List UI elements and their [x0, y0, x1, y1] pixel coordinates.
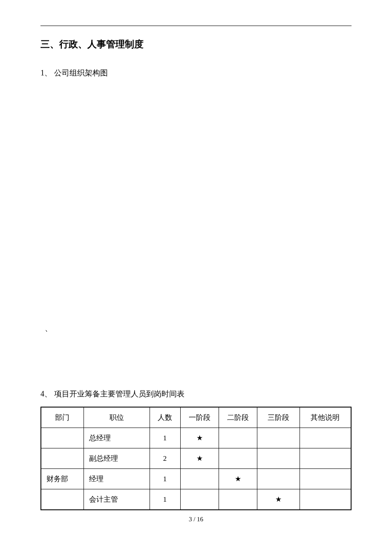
cell-phase1: ★ — [180, 448, 219, 469]
table-row: 会计主管 1 ★ — [41, 489, 351, 510]
cell-phase1 — [180, 489, 219, 510]
cell-count: 1 — [150, 428, 180, 448]
main-heading: 三、行政、人事管理制度 — [40, 38, 352, 51]
document-page: 三、行政、人事管理制度 1、 公司组织架构图 、 4、 项目开业筹备主要管理人员… — [0, 0, 392, 510]
staffing-table: 部门 职位 人数 一阶段 二阶段 三阶段 其他说明 总经理 1 ★ 副总经 — [40, 407, 352, 510]
header-divider — [40, 26, 352, 26]
header-phase3: 三阶段 — [257, 407, 300, 428]
table-row: 总经理 1 ★ — [41, 428, 351, 448]
header-phase2: 二阶段 — [219, 407, 257, 428]
header-count: 人数 — [150, 407, 180, 428]
cell-phase2: ★ — [219, 469, 257, 489]
cell-other — [300, 489, 351, 510]
cell-phase3 — [257, 469, 300, 489]
cell-dept — [41, 448, 84, 469]
section-4-title: 4、 项目开业筹备主要管理人员到岗时间表 — [40, 389, 352, 399]
cell-phase2 — [219, 448, 257, 469]
stray-mark: 、 — [45, 323, 352, 333]
cell-phase1: ★ — [180, 428, 219, 448]
header-phase1: 一阶段 — [180, 407, 219, 428]
cell-dept — [41, 428, 84, 448]
cell-count: 1 — [150, 489, 180, 510]
header-other: 其他说明 — [300, 407, 351, 428]
header-dept: 部门 — [41, 407, 84, 428]
cell-phase3: ★ — [257, 489, 300, 510]
page-number: 3 / 16 — [0, 516, 392, 523]
cell-count: 2 — [150, 448, 180, 469]
cell-phase2 — [219, 428, 257, 448]
section-1-title: 1、 公司组织架构图 — [40, 68, 352, 78]
table-header-row: 部门 职位 人数 一阶段 二阶段 三阶段 其他说明 — [41, 407, 351, 428]
cell-dept: 财务部 — [41, 469, 84, 489]
cell-phase3 — [257, 448, 300, 469]
cell-phase3 — [257, 428, 300, 448]
cell-position: 经理 — [84, 469, 150, 489]
cell-phase2 — [219, 489, 257, 510]
cell-count: 1 — [150, 469, 180, 489]
cell-other — [300, 428, 351, 448]
cell-other — [300, 469, 351, 489]
table-row: 副总经理 2 ★ — [41, 448, 351, 469]
section-1: 1、 公司组织架构图 — [40, 68, 352, 78]
table-row: 财务部 经理 1 ★ — [41, 469, 351, 489]
header-position: 职位 — [84, 407, 150, 428]
cell-position: 会计主管 — [84, 489, 150, 510]
cell-phase1 — [180, 469, 219, 489]
cell-position: 副总经理 — [84, 448, 150, 469]
cell-dept — [41, 489, 84, 510]
cell-other — [300, 448, 351, 469]
cell-position: 总经理 — [84, 428, 150, 448]
